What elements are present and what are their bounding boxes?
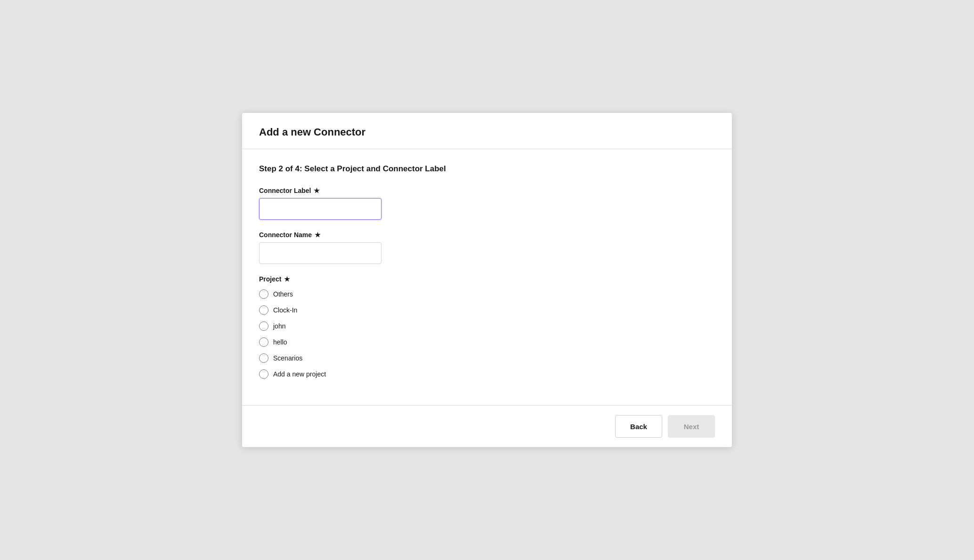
connector-label-required-star: ★ [312,187,320,194]
connector-name-group: Connector Name ★ [259,231,715,264]
project-option-hello-label: hello [273,338,287,346]
add-connector-modal: Add a new Connector Step 2 of 4: Select … [242,113,732,447]
modal-title: Add a new Connector [259,126,715,138]
project-radio-hello[interactable] [259,337,268,347]
project-radio-others[interactable] [259,289,268,299]
connector-name-input[interactable] [259,242,381,264]
project-label: Project ★ [259,275,715,283]
project-option-john[interactable]: john [259,321,715,331]
project-option-scenarios-label: Scenarios [273,354,302,362]
back-button[interactable]: Back [615,415,662,438]
project-option-clock-in-label: Clock-In [273,306,297,314]
modal-footer: Back Next [242,405,732,447]
project-option-add-new-label: Add a new project [273,370,326,378]
project-option-scenarios[interactable]: Scenarios [259,353,715,363]
connector-name-label: Connector Name ★ [259,231,715,239]
project-option-others-label: Others [273,290,293,298]
project-option-others[interactable]: Others [259,289,715,299]
step-label: Step 2 of 4: Select a Project and Connec… [259,164,715,174]
connector-name-required-star: ★ [313,231,321,239]
project-radio-john[interactable] [259,321,268,331]
project-group: Project ★ Others Clock-In john hell [259,275,715,379]
modal-header: Add a new Connector [242,113,732,149]
project-option-clock-in[interactable]: Clock-In [259,305,715,315]
connector-label-group: Connector Label ★ [259,187,715,220]
next-button[interactable]: Next [668,415,715,438]
project-radio-group: Others Clock-In john hello Scenarios [259,289,715,379]
project-required-star: ★ [282,275,290,283]
project-radio-scenarios[interactable] [259,353,268,363]
project-radio-clock-in[interactable] [259,305,268,315]
project-option-add-new[interactable]: Add a new project [259,369,715,379]
project-option-hello[interactable]: hello [259,337,715,347]
connector-label-input[interactable] [259,198,381,220]
project-radio-add-new[interactable] [259,369,268,379]
modal-body: Step 2 of 4: Select a Project and Connec… [242,149,732,405]
project-option-john-label: john [273,322,285,330]
connector-label-label: Connector Label ★ [259,187,715,194]
